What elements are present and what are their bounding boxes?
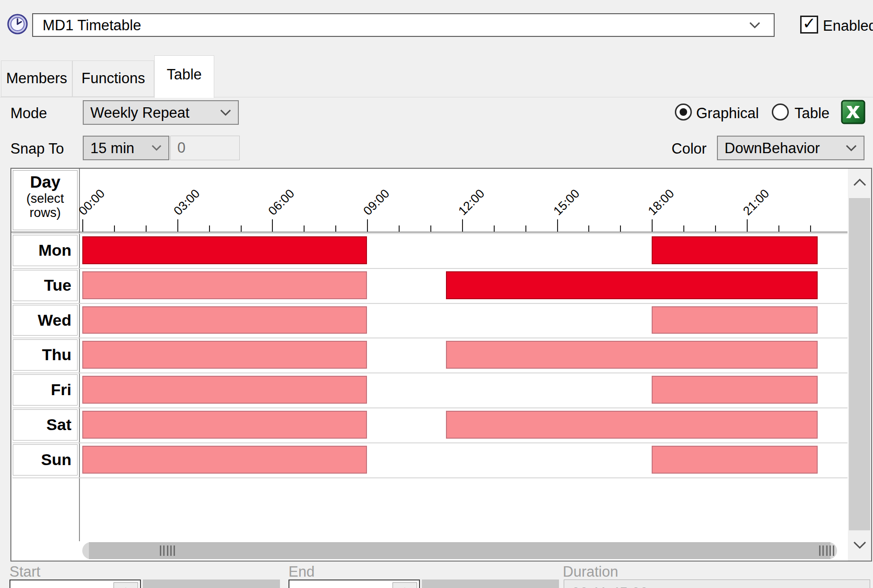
enabled-label: Enabled xyxy=(823,17,873,35)
axis-tick-label: 03:00 xyxy=(171,186,203,218)
timetable-bar-sun[interactable] xyxy=(82,446,367,474)
axis-tick xyxy=(810,225,811,232)
excel-export-icon[interactable] xyxy=(841,100,865,124)
end-extra-control xyxy=(422,579,559,588)
day-row-label-fri[interactable]: Fri xyxy=(13,374,78,406)
start-label: Start xyxy=(9,563,40,580)
axis-tick xyxy=(747,219,748,232)
vertical-scrollbar[interactable] xyxy=(848,169,871,561)
row-separator xyxy=(12,477,847,478)
view-radio-table[interactable] xyxy=(772,104,789,121)
axis-tick xyxy=(272,219,273,232)
view-radio-graphical-label: Graphical xyxy=(696,105,759,122)
tab-functions[interactable]: Functions xyxy=(72,61,154,97)
axis-tick xyxy=(525,225,526,232)
row-separator xyxy=(12,407,847,408)
axis-tick-label: 00:00 xyxy=(76,186,108,218)
day-row-label-tue[interactable]: Tue xyxy=(13,270,78,301)
timetable-bar-wed[interactable] xyxy=(82,306,367,334)
start-extra-control xyxy=(143,579,280,588)
snap-offset-input[interactable]: 0 xyxy=(170,136,240,160)
timetable-bar-thu[interactable] xyxy=(82,341,367,369)
day-row-label-wed[interactable]: Wed xyxy=(13,305,78,336)
axis-tick xyxy=(557,219,558,232)
timetable-bar-mon[interactable] xyxy=(82,236,367,264)
axis-tick xyxy=(367,219,368,232)
timetable-name-combobox[interactable]: MD1 Timetable xyxy=(32,13,775,37)
axis-tick-label: 18:00 xyxy=(645,186,677,218)
axis-tick xyxy=(335,225,336,232)
chevron-down-icon xyxy=(151,145,162,153)
timetable-name-value: MD1 Timetable xyxy=(43,17,141,34)
axis-tick xyxy=(114,225,115,232)
chart-layer: 00:0003:0006:0009:0012:0015:0018:0021:00… xyxy=(11,169,847,541)
snap-to-label: Snap To xyxy=(10,140,64,157)
timetable-bar-thu[interactable] xyxy=(446,341,818,369)
axis-tick xyxy=(652,219,653,232)
enabled-checkbox[interactable]: ✓ xyxy=(800,16,818,34)
scroll-up-icon[interactable] xyxy=(848,169,871,198)
scrollbar-left-grip[interactable] xyxy=(160,545,175,556)
axis-tick xyxy=(304,225,305,232)
row-separator xyxy=(12,233,847,234)
timetable-bar-fri[interactable] xyxy=(82,376,367,404)
timetable-grid: Day (select rows) 00:0003:0006:0009:0012… xyxy=(10,168,872,562)
axis-tick-label: 12:00 xyxy=(455,186,488,218)
radio-selected-dot xyxy=(680,108,687,116)
mode-dropdown[interactable]: Weekly Repeat xyxy=(83,100,239,125)
day-row-label-sun[interactable]: Sun xyxy=(13,444,78,476)
axis-tick xyxy=(430,225,431,232)
scroll-down-icon[interactable] xyxy=(848,531,871,561)
chevron-down-icon xyxy=(220,109,231,118)
duration-label: Duration xyxy=(563,563,618,580)
timetable-bar-fri[interactable] xyxy=(652,376,818,404)
tab-members[interactable]: Members xyxy=(1,61,72,97)
tab-table[interactable]: Table xyxy=(154,55,214,98)
timetable-bar-sat[interactable] xyxy=(82,411,367,439)
timetable-bar-sun[interactable] xyxy=(652,446,818,474)
row-separator xyxy=(12,337,847,338)
row-separator xyxy=(12,442,847,443)
duration-input[interactable]: 00:11:45:00 xyxy=(564,579,870,588)
timetable-bar-wed[interactable] xyxy=(652,306,818,334)
row-separator xyxy=(12,268,847,269)
timetable-dialog: { "header": { "title_value": "MD1 Timeta… xyxy=(0,0,873,588)
axis-tick xyxy=(462,219,463,232)
day-row-label-thu[interactable]: Thu xyxy=(13,339,78,371)
end-label: End xyxy=(288,563,314,580)
day-row-label-mon[interactable]: Mon xyxy=(13,235,78,266)
axis-tick xyxy=(177,219,178,232)
chevron-down-icon xyxy=(846,145,857,154)
axis-tick xyxy=(494,225,495,232)
timetable-bar-sat[interactable] xyxy=(446,411,818,439)
color-label: Color xyxy=(672,140,707,157)
axis-tick xyxy=(146,225,147,232)
mode-value: Weekly Repeat xyxy=(90,104,190,121)
axis-tick xyxy=(620,225,621,232)
timetable-bar-tue[interactable] xyxy=(446,271,818,299)
axis-tick-label: 21:00 xyxy=(740,186,772,218)
row-separator xyxy=(12,372,847,373)
start-spinner-up-icon[interactable]: ▲ xyxy=(113,582,138,588)
view-radio-graphical[interactable] xyxy=(675,104,692,121)
end-spinner-up-icon[interactable]: ▲ xyxy=(393,582,417,588)
vertical-scrollbar-thumb[interactable] xyxy=(849,198,870,530)
timetable-bar-tue[interactable] xyxy=(82,271,367,299)
color-dropdown[interactable]: DownBehavior xyxy=(717,136,864,160)
timetable-bar-mon[interactable] xyxy=(652,236,818,264)
view-radio-table-label: Table xyxy=(794,105,829,122)
scrollbar-right-grip[interactable] xyxy=(819,545,834,556)
clock-icon xyxy=(7,13,28,35)
day-row-label-sat[interactable]: Sat xyxy=(13,409,78,441)
axis-tick-label: 15:00 xyxy=(550,186,583,218)
axis-tick xyxy=(588,225,589,232)
tab-strip-divider xyxy=(0,97,873,97)
check-icon: ✓ xyxy=(803,14,816,32)
horizontal-scrollbar[interactable] xyxy=(82,542,837,559)
horizontal-scrollbar-thumb[interactable] xyxy=(89,542,830,559)
axis-tick xyxy=(241,225,242,232)
axis-tick-label: 06:00 xyxy=(265,186,297,218)
axis-tick xyxy=(683,225,684,232)
snap-to-dropdown[interactable]: 15 min xyxy=(83,136,169,160)
axis-tick xyxy=(715,225,716,232)
